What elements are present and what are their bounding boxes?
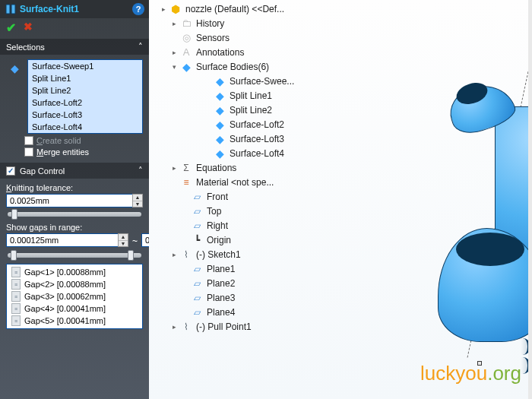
surface-icon: ◆ [213, 75, 226, 87]
checkbox-icon [24, 147, 33, 157]
show-gaps-label: Show gaps in range: [6, 223, 143, 232]
tree-item-annotations[interactable]: ▸ A Annotations [160, 45, 294, 59]
tree-item-sensors[interactable]: ◎ Sensors [160, 30, 294, 45]
help-icon[interactable]: ? [132, 3, 144, 15]
tree-item-surface-body[interactable]: ◆Surface-Loft3 [160, 131, 294, 146]
expander-collapsed-icon[interactable]: ▸ [170, 251, 178, 258]
gap-icon: ≡ [11, 315, 21, 326]
tree-item-equations[interactable]: ▸ΣEquations [160, 160, 294, 175]
selection-type-icon: ◆ [6, 59, 23, 134]
gap-range-slider[interactable] [8, 253, 141, 258]
tree-item-plane[interactable]: ▱Right [160, 218, 294, 233]
tree-item-plane[interactable]: ▱Plane3 [160, 290, 294, 305]
spinner-buttons[interactable]: ▲▼ [118, 233, 128, 247]
confirm-bar: ✔ ✖ [0, 18, 149, 39]
material-icon: ≡ [179, 176, 193, 188]
selection-item[interactable]: Split Line1 [28, 72, 142, 84]
graphics-area[interactable]: ✱ ✱ ▸ ⬢ nozzle (Default) <<Def... ▸ 🗀 Hi… [149, 0, 532, 399]
gap-item[interactable]: ≡Gap<5> [0.00041mm] [7, 315, 142, 327]
expander-collapsed-icon[interactable]: ▸ [170, 20, 178, 27]
tolerance-slider[interactable] [8, 212, 141, 217]
surface-icon: ◆ [213, 104, 226, 116]
surface-knit-icon [5, 3, 17, 15]
spinner-buttons[interactable]: ▲▼ [132, 194, 143, 207]
tree-item-surface-body[interactable]: ◆Surface-Loft2 [160, 117, 294, 131]
gap-item[interactable]: ≡Gap<1> [0.00088mm] [7, 266, 142, 278]
gap-listbox[interactable]: ≡Gap<1> [0.00088mm] ≡Gap<2> [0.00088mm] … [6, 264, 143, 329]
selection-listbox[interactable]: Surface-Sweep1 Split Line1 Split Line2 S… [27, 59, 143, 134]
annotations-icon: A [179, 46, 193, 59]
surface-icon: ◆ [213, 90, 226, 102]
plane-icon: ▱ [190, 292, 204, 304]
plane-icon: ▱ [190, 306, 204, 318]
gap-icon: ≡ [11, 279, 21, 290]
tree-item-surface-body[interactable]: ◆Surface-Swee... [160, 74, 294, 88]
tree-item-surface-body[interactable]: ◆Surface-Loft4 [160, 146, 294, 160]
selection-item[interactable]: Surface-Loft2 [28, 97, 142, 109]
property-manager-panel: Surface-Knit1 ? ✔ ✖ Selections ˄ ◆ Surfa… [0, 0, 149, 399]
sensors-icon: ◎ [179, 32, 193, 44]
create-solid-label: Create solid [36, 136, 81, 145]
tree-item-plane[interactable]: ▱Plane1 [160, 261, 294, 276]
gap-control-section-header[interactable]: ✓ Gap Control ˄ [0, 163, 149, 179]
knitting-tolerance-input[interactable]: ▲▼ [6, 194, 143, 207]
gap-item[interactable]: ≡Gap<3> [0.00062mm] [7, 290, 142, 302]
selection-item[interactable]: Surface-Loft3 [28, 109, 142, 121]
gap-icon: ≡ [11, 267, 21, 277]
surface-bodies-icon: ◆ [179, 61, 193, 73]
tree-item-plane[interactable]: ▱Plane4 [160, 305, 294, 319]
expander-collapsed-icon[interactable]: ▸ [170, 164, 178, 172]
create-solid-checkbox-row[interactable]: Create solid [6, 134, 143, 145]
expander-collapsed-icon[interactable]: ▸ [170, 323, 178, 331]
tree-item-surface-body[interactable]: ◆Split Line2 [160, 103, 294, 117]
tree-item-surface-body[interactable]: ◆Split Line1 [160, 88, 294, 103]
selections-body: ◆ Surface-Sweep1 Split Line1 Split Line2… [0, 55, 149, 163]
feature-header: Surface-Knit1 ? [0, 0, 149, 18]
plane-icon: ▱ [190, 263, 204, 275]
checkbox-icon [24, 136, 33, 145]
expander-collapsed-icon[interactable]: ▸ [160, 5, 167, 13]
tree-item-sketch[interactable]: ▸⌇(-) Sketch1 [160, 247, 294, 261]
surface-icon: ◆ [213, 133, 226, 145]
tree-item-origin[interactable]: ┗Origin [160, 233, 294, 247]
checkbox-checked-icon[interactable]: ✓ [6, 166, 15, 176]
surface-icon: ◆ [213, 147, 226, 160]
equations-icon: Σ [179, 162, 193, 174]
tree-item-material[interactable]: ≡Material <not spe... [160, 175, 294, 189]
feature-title: Surface-Knit1 [20, 4, 79, 14]
ok-button[interactable]: ✔ [6, 21, 16, 35]
selection-item[interactable]: Split Line2 [28, 84, 142, 97]
selections-section-header[interactable]: Selections ˄ [0, 39, 149, 55]
model-surface-void [456, 233, 524, 266]
selection-item[interactable]: Surface-Sweep1 [28, 60, 142, 72]
folder-icon: 🗀 [179, 17, 193, 30]
gap-control-body: Knitting tolerance: ▲▼ Show gaps in rang… [0, 179, 149, 337]
scrollbar[interactable] [528, 0, 532, 399]
range-separator: ~ [131, 236, 138, 246]
tree-item-surface-bodies[interactable]: ▾ ◆ Surface Bodies(6) [160, 59, 294, 74]
expander-expanded-icon[interactable]: ▾ [170, 63, 178, 71]
tree-item-plane[interactable]: ▱Front [160, 189, 294, 204]
tree-root[interactable]: ▸ ⬢ nozzle (Default) <<Def... [160, 2, 294, 16]
sketch-icon: ⌇ [179, 249, 193, 261]
knitting-tolerance-field[interactable] [6, 194, 132, 207]
cancel-button[interactable]: ✖ [24, 21, 33, 35]
gap-item[interactable]: ≡Gap<4> [0.00041mm] [7, 302, 142, 315]
selection-item[interactable]: Surface-Loft4 [28, 121, 142, 133]
tree-item-plane[interactable]: ▱Plane2 [160, 276, 294, 290]
merge-entities-label: Merge entities [36, 147, 89, 157]
merge-entities-checkbox-row[interactable]: Merge entities [6, 145, 143, 157]
tree-item-history[interactable]: ▸ 🗀 History [160, 16, 294, 30]
sketch-icon: ⌇ [179, 321, 193, 333]
tree-item-plane[interactable]: ▱Top [160, 204, 294, 218]
expander-collapsed-icon[interactable]: ▸ [170, 49, 178, 56]
selections-title: Selections [6, 43, 45, 52]
gap-icon: ≡ [11, 303, 21, 314]
gap-item[interactable]: ≡Gap<2> [0.00088mm] [7, 278, 142, 290]
tree-item-sketch[interactable]: ▸⌇(-) Pull Point1 [160, 319, 294, 334]
surface-icon: ◆ [213, 119, 226, 131]
gap-range-min-input[interactable]: ▲▼ [6, 233, 128, 247]
origin-icon: ┗ [190, 234, 204, 246]
gap-range-min-field[interactable] [6, 233, 118, 247]
plane-icon: ▱ [190, 220, 204, 232]
